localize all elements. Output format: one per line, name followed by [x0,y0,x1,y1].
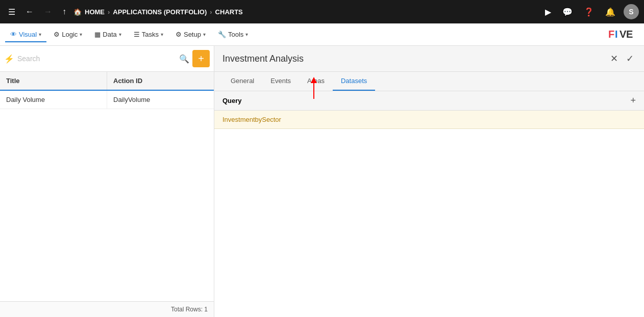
data-icon: ▦ [94,31,101,38]
breadcrumb-charts[interactable]: CHARTS [215,8,243,16]
table-footer: Total Rows: 1 [0,301,214,317]
home-icon: 🏠 [73,8,82,16]
tabs-wrapper: General Events Areas Datasets [214,72,644,91]
breadcrumb-sep1: › [108,8,110,16]
dataset-toolbar: Query + [214,91,644,111]
right-panel: Investment Analysis ✕ ✓ General Events A… [214,46,644,317]
tab-setup[interactable]: ⚙ Setup ▾ [170,28,211,42]
logic-icon: ⚙ [54,31,60,38]
breadcrumb-sep2: › [210,8,212,16]
breadcrumb-applications[interactable]: APPLICATIONS (PORTFOLIO) [113,8,207,16]
hamburger-icon[interactable]: ☰ [5,5,18,19]
five-logo: F I V E [608,28,639,42]
tab-logic[interactable]: ⚙ Logic ▾ [48,28,87,42]
setup-icon: ⚙ [176,31,182,38]
svg-text:I: I [615,29,618,40]
col-action-header: Action ID [107,72,214,90]
help-icon[interactable]: ❓ [581,5,597,19]
svg-text:V: V [620,29,627,40]
main-layout: ⚡ 🔍 + Title Action ID Daily Volume Daily… [0,46,644,317]
dataset-content: Query + InvestmentbySector [214,91,644,317]
forward-icon[interactable]: → [41,5,55,18]
row-action-id: DailyVolume [107,91,214,109]
tools-icon: 🔧 [218,31,226,38]
avatar[interactable]: S [624,4,639,19]
search-input[interactable] [17,55,176,63]
add-button[interactable]: + [192,50,210,67]
row-title: Daily Volume [0,91,107,109]
visual-icon: 👁 [10,31,17,38]
left-panel: ⚡ 🔍 + Title Action ID Daily Volume Daily… [0,46,214,317]
svg-text:F: F [608,29,614,40]
search-icon[interactable]: 🔍 [179,54,189,64]
dataset-add-button[interactable]: + [630,95,636,106]
table-header: Title Action ID [0,72,214,91]
tab-data[interactable]: ▦ Data ▾ [89,28,126,42]
right-header: Investment Analysis ✕ ✓ [214,46,644,72]
search-bar: ⚡ 🔍 + [0,46,214,72]
logic-dropdown-arrow: ▾ [80,32,82,37]
panel-title: Investment Analysis [222,54,304,64]
tools-dropdown-arrow: ▾ [245,32,248,37]
col-title-header: Title [0,72,107,90]
top-nav-right: ▶ 💬 ❓ 🔔 S [542,4,639,19]
tab-visual[interactable]: 👁 Visual ▾ [5,28,46,42]
tab-tools[interactable]: 🔧 Tools ▾ [213,28,253,42]
breadcrumb: 🏠 HOME › APPLICATIONS (PORTFOLIO) › CHAR… [73,8,538,16]
visual-dropdown-arrow: ▾ [39,32,41,37]
check-icon[interactable]: ✓ [624,52,636,65]
breadcrumb-home[interactable]: HOME [85,8,105,16]
table-row[interactable]: Daily Volume DailyVolume [0,91,214,109]
bell-icon[interactable]: 🔔 [602,5,618,19]
five-logo-svg: F I V E [608,28,639,42]
dataset-empty-area [214,129,644,231]
tab-general[interactable]: General [222,72,262,91]
query-label: Query [222,97,242,104]
up-icon[interactable]: ↑ [59,5,69,18]
tasks-dropdown-arrow: ▾ [161,32,163,37]
tab-areas[interactable]: Areas [299,72,333,91]
filter-icon[interactable]: ⚡ [4,54,14,64]
setup-dropdown-arrow: ▾ [203,32,206,37]
top-nav: ☰ ← → ↑ 🏠 HOME › APPLICATIONS (PORTFOLIO… [0,0,644,23]
play-icon[interactable]: ▶ [542,5,554,19]
tab-datasets[interactable]: Datasets [333,72,375,91]
total-rows-label: Total Rows: 1 [171,306,208,313]
dataset-row[interactable]: InvestmentbySector [214,111,644,129]
back-icon[interactable]: ← [22,5,37,18]
right-header-icons: ✕ ✓ [608,52,636,65]
tab-events[interactable]: Events [262,72,299,91]
table-body: Daily Volume DailyVolume [0,91,214,301]
close-icon[interactable]: ✕ [608,52,620,65]
tab-tasks[interactable]: ☰ Tasks ▾ [129,28,168,42]
svg-text:E: E [626,29,633,40]
tasks-icon: ☰ [134,31,140,38]
tabs-bar: General Events Areas Datasets [214,72,644,91]
dataset-query-value: InvestmentbySector [222,116,281,123]
chat-icon[interactable]: 💬 [559,5,576,19]
second-nav: 👁 Visual ▾ ⚙ Logic ▾ ▦ Data ▾ ☰ Tasks ▾ … [0,23,644,46]
data-dropdown-arrow: ▾ [119,32,121,37]
